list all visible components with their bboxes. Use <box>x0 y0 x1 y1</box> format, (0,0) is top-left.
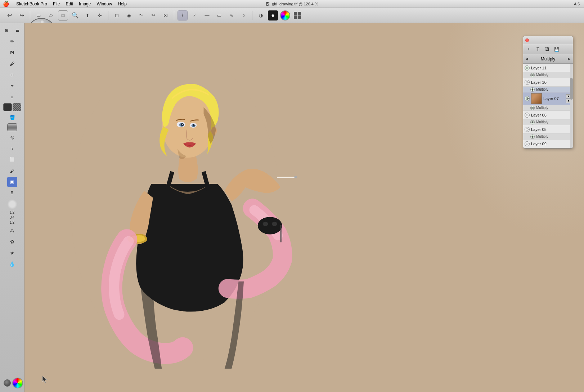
smudge-button[interactable]: 〜 <box>136 10 146 20</box>
separator2 <box>108 11 108 20</box>
blend-brush[interactable]: ◎ <box>7 132 17 142</box>
layer-07-blend-eye[interactable] <box>530 87 535 92</box>
canvas-area[interactable] <box>24 23 584 392</box>
pen-button[interactable]: / <box>178 10 188 20</box>
layer-05-visibility[interactable] <box>525 127 530 132</box>
image-layer-button[interactable]: 🖼 <box>543 45 551 53</box>
airbrush[interactable]: ⊕ <box>7 70 17 80</box>
layer-07-thumbnail <box>531 93 542 104</box>
layer-09-blend-eye[interactable] <box>530 135 535 139</box>
scatter-brush[interactable]: ⁂ <box>7 225 17 236</box>
wide-brush[interactable]: ≡ <box>7 92 17 102</box>
layers-grid-button[interactable] <box>292 10 302 20</box>
radial-tool-small[interactable] <box>4 379 11 387</box>
window-title: 🖼 girl_drawing.tif @ 126.4 % <box>266 2 318 6</box>
layer-item-09[interactable]: Layer 09 <box>523 140 573 148</box>
brush-adjust-button[interactable]: ⊞ <box>2 25 12 35</box>
layer-item-10[interactable]: Layer 10 <box>523 78 573 87</box>
layer-06-blend-row: Multiply <box>523 105 573 111</box>
ink-pen[interactable]: ✒ <box>7 81 17 91</box>
wavy-button[interactable]: ∿ <box>226 10 237 20</box>
redo-button[interactable]: ↪ <box>17 10 27 20</box>
menu-edit[interactable]: Edit <box>66 1 73 6</box>
add-layer-button[interactable]: + <box>525 45 533 53</box>
rect-shape-button[interactable]: ▭ <box>214 10 224 20</box>
svg-rect-16 <box>280 225 282 242</box>
smear-brush[interactable]: ≈ <box>7 143 17 154</box>
svg-point-24 <box>532 136 533 137</box>
layer-item-11[interactable]: Layer 11 <box>523 64 573 72</box>
color-swatch-button[interactable]: ● <box>268 10 278 20</box>
layer-06-blend-eye[interactable] <box>530 106 535 110</box>
layer-07-blend-row: Multiply <box>523 87 573 92</box>
layers-list[interactable]: Layer 11 Multiply Layer 10 Multiply <box>523 64 573 148</box>
crop-button[interactable]: ✂ <box>148 10 158 20</box>
ink-drop[interactable]: 💧 <box>7 259 17 269</box>
layer-05-blend-eye[interactable] <box>530 120 535 124</box>
save-layer-button[interactable]: 💾 <box>553 45 561 53</box>
menu-help[interactable]: Help <box>118 1 127 6</box>
brush-swatch-button[interactable]: ◑ <box>256 10 266 20</box>
color-picker-bottom[interactable] <box>12 378 23 388</box>
blob-brush[interactable]: ✿ <box>7 237 17 247</box>
sym-button[interactable]: ⋈ <box>161 10 171 20</box>
svg-rect-1 <box>277 177 296 178</box>
layer-07-blend-label: Multiply <box>536 87 548 91</box>
ellipse-button[interactable]: ○ <box>239 10 249 20</box>
layer-09-visibility[interactable] <box>525 141 530 146</box>
layer-06-visibility[interactable] <box>525 113 530 118</box>
text-layer-button[interactable]: T <box>534 45 542 53</box>
svg-point-20 <box>532 89 533 90</box>
layer-09-blend-row: Multiply <box>523 134 573 140</box>
blend-next-button[interactable]: ▶ <box>568 57 571 61</box>
stamp-brush[interactable]: ★ <box>7 248 17 258</box>
pattern-swatch[interactable] <box>13 103 21 111</box>
line-button[interactable]: — <box>202 10 212 20</box>
undo-button[interactable]: ↩ <box>4 10 14 20</box>
solid-swatch[interactable] <box>3 103 12 111</box>
svg-point-22 <box>532 107 533 108</box>
layer-11-visibility[interactable] <box>525 65 530 70</box>
layer-10-visibility[interactable] <box>525 80 530 85</box>
brush-library-button[interactable]: ☰ <box>13 25 23 35</box>
brush-type-row: ⊞ ☰ <box>2 25 23 35</box>
menu-window[interactable]: Window <box>96 1 112 6</box>
layer-10-blend-row: Multiply <box>523 72 573 78</box>
layers-scrollbar-track[interactable] <box>570 64 573 149</box>
layer-05-blend-label: Multiply <box>536 120 548 124</box>
brush-round[interactable]: 🖌 <box>7 59 17 69</box>
layer-item-05[interactable]: Layer 05 <box>523 125 573 134</box>
marker-brush[interactable]: 𝗠 <box>7 47 17 58</box>
panel-close-button[interactable] <box>525 38 529 42</box>
svg-point-7 <box>182 124 183 125</box>
paint-bucket-tool[interactable]: 🪣 <box>7 112 17 122</box>
cursor-tool <box>41 375 49 385</box>
calligraphy-button[interactable]: ⁄ <box>190 10 200 20</box>
move-button[interactable]: ✛ <box>95 10 105 20</box>
layer-item-06[interactable]: Layer 06 <box>523 111 573 119</box>
color-wheel-button[interactable] <box>280 10 290 20</box>
chalk-brush[interactable]: ⬜ <box>7 155 17 165</box>
menu-file[interactable]: File <box>53 1 60 6</box>
svg-point-18 <box>532 74 533 76</box>
menu-image[interactable]: Image <box>79 1 91 6</box>
layer-10-blend-eye[interactable] <box>530 73 535 77</box>
round-soft-brush[interactable] <box>7 199 17 209</box>
text-button[interactable]: T <box>82 10 93 20</box>
menu-sketchbook[interactable]: SketchBook Pro <box>16 1 47 6</box>
blend-prev-button[interactable]: ◀ <box>525 57 528 61</box>
zoom-button[interactable]: 🔍 <box>70 10 80 20</box>
fan-brush[interactable]: 🖌 <box>7 166 17 176</box>
fill-brush-active[interactable]: ▣ <box>7 177 17 187</box>
layer-07-visibility[interactable] <box>525 96 530 101</box>
fill-button[interactable]: ◉ <box>124 10 134 20</box>
apple-menu[interactable]: 🍎 <box>3 1 9 7</box>
layer-item-07[interactable]: Layer 07 ▲ ▼ <box>523 92 573 105</box>
pencil-brush[interactable]: ✏ <box>7 36 17 46</box>
spatter-brush[interactable]: ⠿ <box>7 188 17 198</box>
layers-scrollbar-thumb[interactable] <box>570 78 573 100</box>
layers-panel-header <box>523 36 573 44</box>
layers-toolbar: + T 🖼 💾 <box>523 44 573 54</box>
texture-brush[interactable] <box>7 123 17 131</box>
eraser-button[interactable]: ◻ <box>112 10 122 20</box>
